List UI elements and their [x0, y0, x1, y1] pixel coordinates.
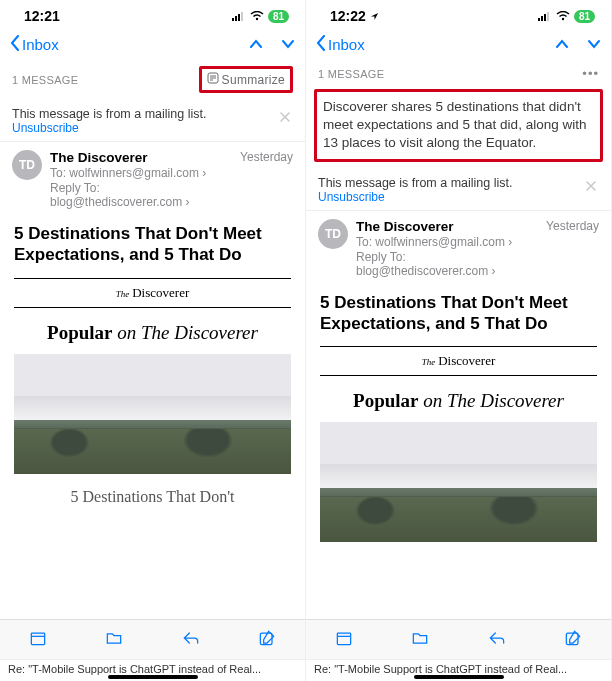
subject: 5 Destinations That Don't Meet Expectati… [0, 219, 305, 278]
mailing-text: This message is from a mailing list. [318, 176, 513, 190]
message-header-row: 1 MESSAGE ••• [306, 60, 611, 87]
nav-arrows [555, 37, 601, 52]
compose-button[interactable] [257, 628, 277, 651]
mail-screen-before: 12:21 81 Inbox 1 MESSAGE [0, 0, 306, 681]
to-line: To: wolfwinners@gmail.com › [50, 166, 232, 180]
summarize-button[interactable]: Summarize [207, 72, 285, 87]
timestamp: Yesterday [240, 150, 293, 209]
summarize-label: Summarize [222, 73, 285, 87]
unsubscribe-link[interactable]: Unsubscribe [318, 190, 513, 204]
summarize-icon [207, 72, 219, 87]
back-label: Inbox [22, 36, 59, 53]
archive-button[interactable] [28, 628, 48, 651]
dismiss-banner-button[interactable] [277, 107, 293, 129]
mail-screen-after: 12:22 81 Inbox 1 MESSAGE ••• Discoverer … [306, 0, 612, 681]
wifi-icon [556, 8, 570, 24]
prev-message-button[interactable] [555, 37, 569, 52]
message-body[interactable]: TheDiscoverer Popular on The Discoverer [306, 346, 611, 619]
brand-header: TheDiscoverer [14, 278, 291, 308]
svg-point-16 [562, 18, 564, 20]
archive-button[interactable] [334, 628, 354, 651]
message-body[interactable]: TheDiscoverer Popular on The Discoverer … [0, 278, 305, 620]
prev-message-button[interactable] [249, 37, 263, 52]
message-header-row: 1 MESSAGE Summarize [0, 60, 305, 99]
svg-rect-12 [538, 18, 540, 21]
bottom-toolbar [306, 619, 611, 659]
svg-rect-0 [232, 18, 234, 21]
nav-arrows [249, 37, 295, 52]
mailing-list-banner: This message is from a mailing list. Uns… [0, 99, 305, 142]
chevron-left-icon [10, 35, 20, 54]
chevron-right-icon: › [202, 166, 206, 180]
svg-rect-3 [241, 12, 243, 21]
status-time: 12:21 [24, 8, 60, 24]
dismiss-banner-button[interactable] [583, 176, 599, 198]
to-line: To: wolfwinners@gmail.com › [356, 235, 538, 249]
sender-row[interactable]: TD The Discoverer To: wolfwinners@gmail.… [306, 211, 611, 288]
status-bar: 12:22 81 [306, 0, 611, 28]
message-count: 1 MESSAGE [12, 74, 78, 86]
svg-rect-2 [238, 14, 240, 21]
reply-button[interactable] [181, 628, 201, 651]
reply-to-line: Reply To: blog@thediscoverer.com › [356, 250, 538, 278]
svg-rect-9 [31, 633, 44, 645]
mailing-text: This message is from a mailing list. [12, 107, 207, 121]
next-message-button[interactable] [587, 37, 601, 52]
svg-rect-15 [547, 12, 549, 21]
battery-indicator: 81 [574, 10, 595, 23]
hero-image [320, 422, 597, 542]
chevron-right-icon: › [492, 264, 496, 278]
ai-summary-text: Discoverer shares 5 destinations that di… [323, 98, 594, 153]
battery-indicator: 81 [268, 10, 289, 23]
mailing-list-banner: This message is from a mailing list. Uns… [306, 168, 611, 211]
popular-heading: Popular on The Discoverer [320, 390, 597, 412]
sender-name: The Discoverer [50, 150, 232, 165]
message-count: 1 MESSAGE [318, 68, 384, 80]
status-indicators: 81 [538, 8, 595, 24]
bottom-toolbar [0, 619, 305, 659]
popular-heading: Popular on The Discoverer [14, 322, 291, 344]
compose-button[interactable] [563, 628, 583, 651]
location-icon [370, 8, 379, 24]
unsubscribe-link[interactable]: Unsubscribe [12, 121, 207, 135]
brand-header: TheDiscoverer [320, 346, 597, 376]
nav-bar: Inbox [0, 28, 305, 60]
sender-name: The Discoverer [356, 219, 538, 234]
article-tease: 5 Destinations That Don't [14, 474, 291, 506]
cellular-icon [232, 8, 246, 24]
cellular-icon [538, 8, 552, 24]
reply-button[interactable] [487, 628, 507, 651]
chevron-right-icon: › [186, 195, 190, 209]
subject: 5 Destinations That Don't Meet Expectati… [306, 288, 611, 347]
home-indicator[interactable] [414, 675, 504, 679]
summarize-highlight: Summarize [199, 66, 293, 93]
more-button[interactable]: ••• [582, 66, 599, 81]
home-indicator[interactable] [108, 675, 198, 679]
reply-to-line: Reply To: blog@thediscoverer.com › [50, 181, 232, 209]
status-indicators: 81 [232, 8, 289, 24]
chevron-right-icon: › [508, 235, 512, 249]
back-button[interactable]: Inbox [316, 35, 365, 54]
sender-row[interactable]: TD The Discoverer To: wolfwinners@gmail.… [0, 142, 305, 219]
avatar: TD [12, 150, 42, 180]
svg-rect-17 [337, 633, 350, 645]
svg-rect-14 [544, 14, 546, 21]
next-message-button[interactable] [281, 37, 295, 52]
move-button[interactable] [410, 628, 430, 651]
svg-rect-1 [235, 16, 237, 21]
svg-point-4 [256, 18, 258, 20]
chevron-left-icon [316, 35, 326, 54]
summary-highlight: Discoverer shares 5 destinations that di… [314, 89, 603, 162]
nav-bar: Inbox [306, 28, 611, 60]
status-time: 12:22 [330, 8, 379, 24]
timestamp: Yesterday [546, 219, 599, 278]
move-button[interactable] [104, 628, 124, 651]
back-button[interactable]: Inbox [10, 35, 59, 54]
wifi-icon [250, 8, 264, 24]
hero-image [14, 354, 291, 474]
svg-rect-13 [541, 16, 543, 21]
avatar: TD [318, 219, 348, 249]
status-bar: 12:21 81 [0, 0, 305, 28]
back-label: Inbox [328, 36, 365, 53]
